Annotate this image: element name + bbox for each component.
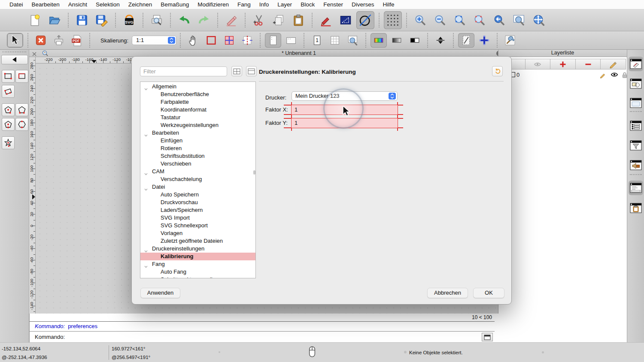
collapse-all-button[interactable] bbox=[246, 66, 257, 76]
palette-back-button[interactable] bbox=[1, 55, 28, 64]
grayscale-button[interactable] bbox=[389, 33, 405, 48]
tree-item-4[interactable]: Tastatur bbox=[140, 114, 255, 121]
menu-item-ansicht[interactable]: Ansicht bbox=[64, 1, 91, 8]
print-preview-button[interactable] bbox=[148, 11, 166, 29]
menu-item-layer[interactable]: Layer bbox=[273, 1, 296, 8]
tree-item-22[interactable]: Kalibrierung bbox=[140, 253, 255, 260]
expand-all-button[interactable] bbox=[231, 66, 242, 76]
polygon-center-point-tool-button[interactable] bbox=[2, 103, 15, 116]
selection-filter-window-button[interactable] bbox=[629, 138, 643, 153]
tree-item-0[interactable]: Allgemein bbox=[140, 83, 255, 90]
undo-button[interactable] bbox=[175, 11, 193, 29]
reset-button[interactable] bbox=[492, 66, 503, 76]
svg-export-button[interactable]: SVG bbox=[120, 11, 138, 29]
tree-item-14[interactable]: Auto Speichern bbox=[140, 191, 255, 199]
apply-button[interactable]: Anwenden bbox=[140, 288, 180, 298]
tree-item-17[interactable]: SVG Import bbox=[140, 214, 255, 222]
paper-border-button[interactable] bbox=[203, 33, 219, 48]
add-layer-button[interactable] bbox=[550, 59, 576, 69]
paste-button[interactable] bbox=[289, 11, 307, 29]
tree-item-7[interactable]: Einfügen bbox=[140, 137, 255, 145]
library-browser-window-button[interactable] bbox=[629, 96, 643, 110]
new-file-button[interactable] bbox=[26, 11, 44, 29]
polygon-center-vertex-tool-button[interactable] bbox=[2, 118, 15, 131]
tree-item-21[interactable]: Druckereinstellungen bbox=[140, 245, 255, 253]
zoom-selection-button[interactable] bbox=[471, 11, 489, 29]
block-list-window-button[interactable] bbox=[629, 76, 643, 91]
tree-item-2[interactable]: Farbpalette bbox=[140, 98, 255, 106]
menu-item-info[interactable]: Info bbox=[255, 1, 273, 8]
zoom-pan-button[interactable] bbox=[530, 11, 548, 29]
menu-item-fenster[interactable]: Fenster bbox=[319, 1, 347, 8]
menu-item-zeichnen[interactable]: Zeichnen bbox=[124, 1, 157, 8]
pan-hand-button[interactable] bbox=[185, 33, 201, 48]
landscape-button[interactable] bbox=[283, 33, 299, 48]
save-as-button[interactable] bbox=[93, 11, 111, 29]
save-button[interactable] bbox=[73, 11, 91, 29]
zoom-in-button[interactable] bbox=[411, 11, 429, 29]
tree-item-10[interactable]: Verschieben bbox=[140, 160, 255, 168]
tree-item-19[interactable]: Vorlagen bbox=[140, 229, 255, 237]
command-window-button[interactable] bbox=[482, 333, 493, 341]
tree-item-24[interactable]: Auto Fang bbox=[140, 268, 255, 276]
menu-item-hilfe[interactable]: Hilfe bbox=[378, 1, 398, 8]
menu-item-selektion[interactable]: Selektion bbox=[91, 1, 124, 8]
palette-drag-handle[interactable] bbox=[3, 51, 26, 52]
property-editor-window-button[interactable] bbox=[629, 118, 643, 133]
menu-item-datei[interactable]: Datei bbox=[5, 1, 27, 8]
menu-item-bemaung[interactable]: Bemaßung bbox=[156, 1, 193, 8]
black-white-button[interactable] bbox=[407, 33, 423, 48]
tree-item-12[interactable]: Verschachtelung bbox=[140, 175, 255, 183]
delete-button[interactable] bbox=[222, 11, 240, 29]
menu-item-modifizieren[interactable]: Modifizieren bbox=[193, 1, 233, 8]
zoom-previous-button[interactable] bbox=[490, 11, 508, 29]
circle-tool-button[interactable] bbox=[356, 11, 374, 29]
menu-item-bearbeiten[interactable]: Bearbeiten bbox=[27, 1, 64, 8]
tree-item-25[interactable]: Schnittpunkt manuell bbox=[140, 276, 255, 278]
pdf-export-button[interactable]: PDF bbox=[69, 33, 85, 48]
zoom-out-button[interactable] bbox=[431, 11, 449, 29]
dimension-button[interactable] bbox=[337, 11, 355, 29]
menu-item-diverses[interactable]: Diverses bbox=[347, 1, 379, 8]
layer-list-window-button[interactable] bbox=[629, 57, 643, 71]
tree-item-16[interactable]: Laden/Speichern bbox=[140, 206, 255, 214]
clipboard-window-button[interactable] bbox=[629, 201, 643, 215]
print-button[interactable] bbox=[51, 33, 67, 48]
zoom-auto-button[interactable] bbox=[451, 11, 469, 29]
tree-item-1[interactable]: Benutzeroberfläche bbox=[140, 90, 255, 98]
draft-mode-button[interactable] bbox=[458, 33, 474, 48]
tree-item-9[interactable]: Schriftsubstitution bbox=[140, 152, 255, 160]
ok-button[interactable]: OK bbox=[473, 288, 504, 298]
tree-item-20[interactable]: Zuletzt geöffnete Dateien bbox=[140, 237, 255, 245]
tree-item-6[interactable]: Bearbeiten bbox=[140, 129, 255, 137]
command-input-line[interactable]: Kommando: bbox=[29, 331, 495, 342]
mirror-vertical-button[interactable] bbox=[432, 33, 449, 48]
menu-item-block[interactable]: Block bbox=[296, 1, 319, 8]
scale-select[interactable]: 1:1 bbox=[132, 36, 176, 45]
copy-button[interactable] bbox=[270, 11, 288, 29]
edit-pencil-icon[interactable] bbox=[599, 72, 606, 80]
portrait-button[interactable] bbox=[265, 33, 281, 48]
redo-button[interactable] bbox=[195, 11, 213, 29]
command-history-window-button[interactable] bbox=[629, 158, 643, 172]
polygon-2-points-tool-button[interactable] bbox=[15, 103, 28, 116]
select-arrow-button[interactable] bbox=[7, 33, 23, 48]
hexagon-tool-button[interactable] bbox=[15, 118, 28, 131]
zoom-window-button[interactable] bbox=[510, 11, 528, 29]
menu-item-fang[interactable]: Fang bbox=[233, 1, 255, 8]
tree-item-3[interactable]: Koordinatenformat bbox=[140, 106, 255, 114]
rect-by-size-tool-button[interactable] bbox=[15, 70, 28, 83]
tree-scroll-indicator[interactable] bbox=[253, 170, 255, 175]
full-color-button[interactable] bbox=[371, 33, 387, 48]
rect-2-points-tool-button[interactable] bbox=[2, 70, 15, 83]
eye-icon[interactable] bbox=[611, 72, 618, 79]
page-grid-button[interactable] bbox=[221, 33, 237, 48]
screen-crosshair-button[interactable] bbox=[476, 33, 492, 48]
close-drawing-button[interactable] bbox=[33, 33, 49, 48]
settings-tools-button[interactable] bbox=[502, 33, 518, 48]
grid-toggle-button[interactable] bbox=[384, 11, 402, 29]
tree-item-11[interactable]: CAM bbox=[140, 168, 255, 175]
cancel-button[interactable]: Abbrechen bbox=[427, 288, 468, 298]
tree-item-13[interactable]: Datei bbox=[140, 183, 255, 191]
page-divide-button[interactable] bbox=[239, 33, 255, 48]
